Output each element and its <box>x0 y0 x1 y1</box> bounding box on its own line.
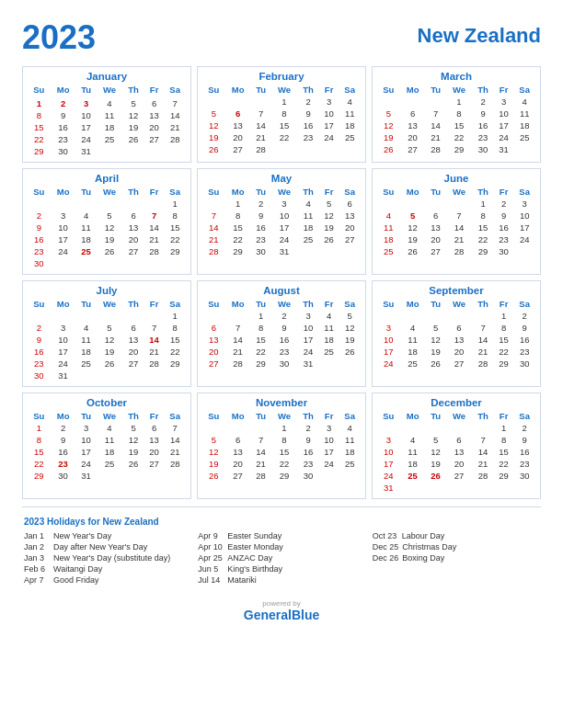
month-name: December <box>377 397 535 408</box>
calendar-day <box>426 198 446 210</box>
header: 2023 New Zealand <box>22 18 541 57</box>
calendar-day <box>513 245 535 257</box>
calendar-day: 24 <box>494 131 513 143</box>
calendar-day: 20 <box>400 131 426 143</box>
calendar-day: 10 <box>319 434 339 446</box>
calendar-day: 6 <box>144 422 164 434</box>
calendar-day: 24 <box>51 358 76 370</box>
calendar-day: 9 <box>513 434 535 446</box>
calendar-day: 13 <box>144 109 164 121</box>
day-header: We <box>446 410 473 422</box>
calendar-day <box>494 482 513 494</box>
calendar-day: 5 <box>426 322 446 334</box>
calendar-day: 3 <box>513 198 535 210</box>
day-header: Su <box>28 410 51 422</box>
calendar-day: 11 <box>97 434 123 446</box>
calendar-day: 19 <box>400 233 426 245</box>
calendar-day: 9 <box>494 210 513 222</box>
day-header: Th <box>297 298 319 310</box>
day-header: We <box>271 186 298 198</box>
calendar-day: 26 <box>339 346 361 358</box>
day-header: Mo <box>51 186 76 198</box>
calendar-day: 6 <box>446 434 473 446</box>
day-header: Su <box>202 410 225 422</box>
holiday-item: Feb 6Waitangi Day <box>24 564 190 574</box>
day-header: Tu <box>76 84 97 96</box>
calendar-day <box>202 422 225 434</box>
calendar-day: 3 <box>76 97 97 109</box>
calendar-day: 31 <box>297 358 319 370</box>
month-name: July <box>28 285 186 296</box>
footer-powered: powered by <box>22 599 541 608</box>
calendar-table: SuMoTuWeThFrSa12345678910111213141516171… <box>377 186 535 257</box>
month-block: JuneSuMoTuWeThFrSa1234567891011121314151… <box>372 168 541 275</box>
calendar-day: 1 <box>271 96 298 108</box>
calendar-day: 31 <box>494 143 513 155</box>
calendar-day: 3 <box>319 96 339 108</box>
month-block: SeptemberSuMoTuWeThFrSa12345678910111213… <box>372 280 541 387</box>
calendar-day: 22 <box>164 233 186 245</box>
calendar-day: 2 <box>51 97 76 109</box>
calendar-day: 7 <box>446 210 473 222</box>
day-header: We <box>97 84 123 96</box>
calendar-day: 12 <box>426 446 446 458</box>
holiday-date: Jul 14 <box>198 575 224 585</box>
calendar-day: 2 <box>251 198 271 210</box>
calendar-day: 15 <box>271 119 298 131</box>
calendar-day: 30 <box>494 245 513 257</box>
month-block: NovemberSuMoTuWeThFrSa123456789101112131… <box>197 392 366 499</box>
calendar-day: 2 <box>513 422 535 434</box>
holiday-column: Jan 1New Year's DayJan 2Day after New Ye… <box>24 531 190 586</box>
calendar-day: 22 <box>28 458 51 470</box>
calendar-day: 10 <box>319 108 339 119</box>
holiday-name: New Year's Day <box>53 531 111 540</box>
holiday-column: Oct 23Labour DayDec 25Christmas DayDec 2… <box>373 531 539 586</box>
calendar-day <box>339 245 361 257</box>
calendar-day: 29 <box>271 470 298 482</box>
calendar-day: 7 <box>472 322 494 334</box>
day-header: Th <box>297 410 319 422</box>
day-header: Th <box>472 410 494 422</box>
day-header: Sa <box>513 84 535 96</box>
calendar-day <box>400 422 426 434</box>
calendar-day: 8 <box>494 322 513 334</box>
calendar-day <box>297 245 319 257</box>
calendar-day: 3 <box>76 422 97 434</box>
holiday-name: Christmas Day <box>402 542 456 552</box>
calendar-day <box>76 310 97 322</box>
calendar-day <box>144 257 164 269</box>
calendar-day: 31 <box>51 370 76 381</box>
calendar-day: 9 <box>251 210 271 222</box>
calendar-day: 5 <box>339 310 361 322</box>
calendar-day <box>202 310 225 322</box>
calendar-day: 13 <box>122 334 144 346</box>
calendar-day: 8 <box>446 108 473 119</box>
day-header: Th <box>122 298 144 310</box>
calendar-day: 24 <box>513 233 535 245</box>
calendar-day: 24 <box>377 358 400 370</box>
calendar-day: 17 <box>494 119 513 131</box>
holidays-section: 2023 Holidays for New Zealand Jan 1New Y… <box>22 513 541 586</box>
footer-brand-plain: General <box>244 608 292 622</box>
calendar-day <box>28 198 51 210</box>
calendar-table: SuMoTuWeThFrSa12345678910111213141516171… <box>202 410 361 482</box>
calendar-day: 18 <box>97 121 123 133</box>
calendar-day <box>51 257 76 269</box>
calendar-day: 17 <box>377 346 400 358</box>
calendar-day: 26 <box>97 358 123 370</box>
month-name: February <box>202 71 361 82</box>
day-header: Mo <box>225 84 251 96</box>
calendar-day: 5 <box>319 198 339 210</box>
calendar-day: 1 <box>28 422 51 434</box>
day-header: Th <box>122 186 144 198</box>
calendar-day: 19 <box>97 346 123 358</box>
day-header: Th <box>297 186 319 198</box>
calendar-day: 27 <box>225 143 251 155</box>
calendar-day: 25 <box>97 133 123 145</box>
calendar-day <box>122 145 144 157</box>
calendar-day: 30 <box>28 257 51 269</box>
calendar-day <box>144 145 164 157</box>
calendar-day <box>97 470 123 482</box>
day-header: Su <box>28 186 51 198</box>
month-name: June <box>377 173 535 184</box>
